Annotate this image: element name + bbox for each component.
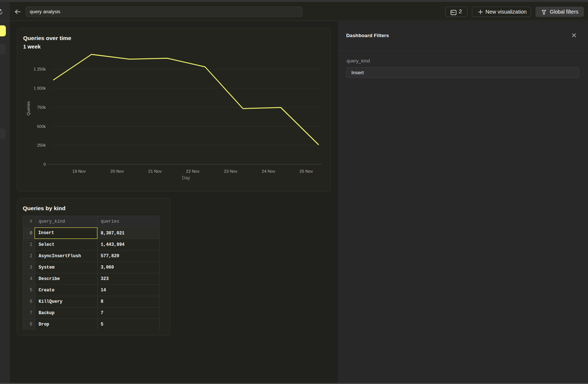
svg-text:20 Nov: 20 Nov: [110, 169, 124, 173]
svg-text:Queries: Queries: [26, 101, 31, 115]
svg-text:23 Nov: 23 Nov: [224, 169, 237, 173]
svg-text:1 250k: 1 250k: [33, 67, 46, 71]
svg-text:Day: Day: [182, 175, 190, 180]
svg-text:19 Nov: 19 Nov: [72, 169, 86, 173]
svg-text:500k: 500k: [37, 124, 46, 129]
svg-text:24 Nov: 24 Nov: [262, 169, 275, 173]
svg-text:750k: 750k: [37, 105, 46, 110]
svg-text:25 Nov: 25 Nov: [300, 169, 313, 173]
svg-text:21 Nov: 21 Nov: [148, 169, 162, 173]
svg-text:1 000k: 1 000k: [33, 86, 46, 90]
svg-text:0: 0: [43, 162, 46, 166]
svg-text:250k: 250k: [37, 143, 46, 147]
svg-text:22 Nov: 22 Nov: [186, 169, 200, 173]
